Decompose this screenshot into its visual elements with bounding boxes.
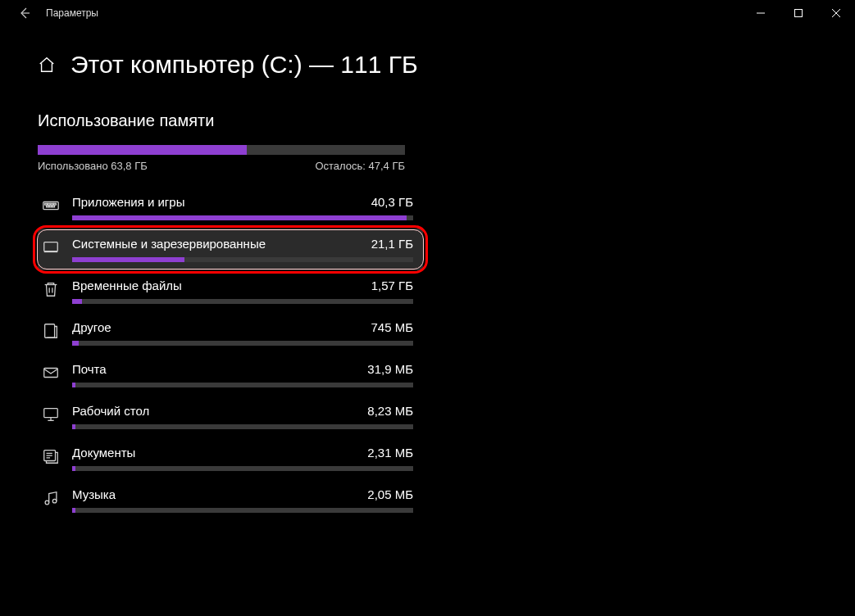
category-item[interactable]: Почта31,9 МБ [38,354,423,396]
category-size: 21,1 ГБ [371,237,413,251]
category-item[interactable]: Рабочий стол8,23 МБ [38,396,423,437]
category-fill [72,215,407,220]
content: Этот компьютер (C:) — 111 ГБ Использован… [0,26,855,521]
category-name: Рабочий стол [72,404,149,418]
category-size: 2,05 МБ [367,487,413,501]
apps-icon [41,197,61,216]
desktop-icon [41,405,61,425]
section-title: Использование памяти [38,111,817,130]
page-title: Этот компьютер (C:) — 111 ГБ [70,51,418,79]
category-bar [72,383,413,387]
category-size: 745 МБ [371,320,413,334]
free-label: Осталось: 47,4 ГБ [315,160,405,172]
category-item[interactable]: Приложения и игры40,3 ГБ [38,187,423,229]
category-bar [72,257,413,262]
category-bar [72,424,413,429]
category-item[interactable]: Системные и зарезервированные21,1 ГБ [38,229,423,270]
category-fill [72,508,75,513]
back-button[interactable] [8,0,41,26]
category-size: 2,31 МБ [367,446,413,460]
category-bar [72,341,413,346]
category-name: Системные и зарезервированные [72,237,266,251]
header: Этот компьютер (C:) — 111 ГБ [38,51,817,79]
category-size: 8,23 МБ [367,404,413,418]
category-fill [72,257,184,262]
category-item[interactable]: Другое745 МБ [38,312,423,354]
trash-icon [41,280,61,300]
category-fill [72,383,75,387]
category-name: Временные файлы [72,279,182,292]
category-name: Документы [72,446,135,460]
minimize-button[interactable] [742,0,780,26]
category-item[interactable]: Временные файлы1,57 ГБ [38,270,423,312]
category-name: Приложения и игры [72,195,184,209]
other-icon [41,322,61,342]
category-fill [72,424,75,429]
overall-usage-labels: Использовано 63,8 ГБ Осталось: 47,4 ГБ [38,160,405,172]
titlebar: Параметры [0,0,855,26]
window-controls [742,0,855,26]
system-icon [41,238,61,258]
category-name: Почта [72,362,107,376]
category-size: 40,3 ГБ [371,195,413,209]
document-icon [41,447,61,467]
window-title: Параметры [41,7,98,19]
category-size: 31,9 МБ [367,362,413,376]
svg-rect-0 [795,10,803,17]
category-bar [72,299,413,304]
category-fill [72,341,79,346]
category-bar [72,215,413,220]
category-list: Приложения и игры40,3 ГБСистемные и заре… [38,187,423,521]
category-fill [72,299,82,304]
used-label: Использовано 63,8 ГБ [38,160,148,172]
category-name: Другое [72,320,111,334]
category-bar [72,508,413,513]
overall-usage-bar [38,145,405,155]
category-name: Музыка [72,487,116,501]
mail-icon [41,364,61,383]
category-fill [72,466,75,471]
category-item[interactable]: Музыка2,05 МБ [38,479,423,521]
category-item[interactable]: Документы2,31 МБ [38,437,423,479]
music-icon [41,489,61,509]
home-icon[interactable] [38,56,56,74]
category-bar [72,466,413,471]
overall-usage-fill [38,145,247,155]
category-size: 1,57 ГБ [371,279,413,292]
close-button[interactable] [817,0,855,26]
maximize-button[interactable] [780,0,817,26]
